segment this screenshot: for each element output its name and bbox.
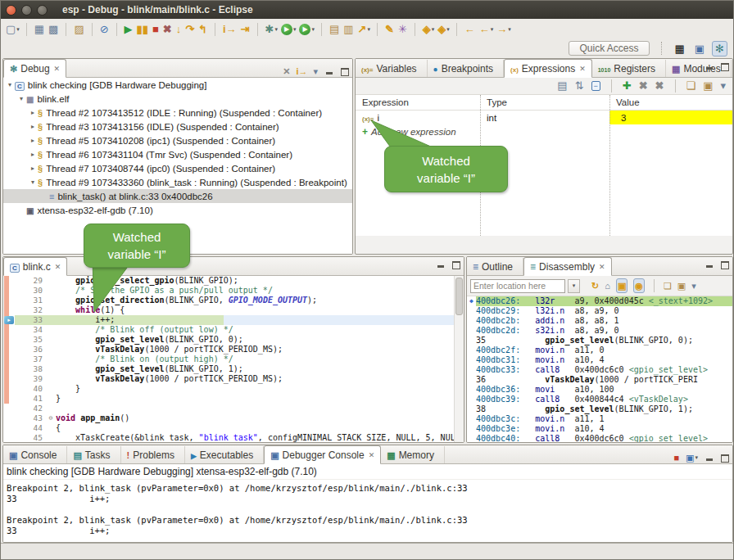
maximize-view-button[interactable]: [340, 67, 349, 76]
code-line[interactable]: 40 }: [15, 384, 464, 394]
search-icon[interactable]: ✳: [396, 20, 410, 38]
expression-row[interactable]: i int 3: [356, 111, 732, 124]
fold-marker[interactable]: [46, 394, 56, 404]
pin-view-icon[interactable]: ▣: [701, 77, 714, 95]
save-all-icon[interactable]: ▩: [47, 20, 61, 38]
collapse-all-icon[interactable]: −: [590, 77, 602, 95]
fold-marker[interactable]: [46, 404, 56, 413]
disassembly-line[interactable]: 400dbc3e: movi.n a10, 4: [467, 424, 732, 434]
home-icon[interactable]: ⌂: [603, 277, 612, 295]
column-header-value[interactable]: Value: [609, 97, 732, 107]
tab-tasks[interactable]: Tasks: [67, 446, 120, 463]
disassembly-line[interactable]: 36 vTaskDelay(1000 / portTICK_PERI: [467, 375, 732, 385]
suspend-icon[interactable]: ▮▮: [135, 20, 151, 38]
disassembly-line[interactable]: 400dbc3c: movi.n a11, 1: [467, 414, 732, 424]
code-line[interactable]: 35 gpio_set_level(BLINK_GPIO, 0);: [15, 335, 464, 345]
tree-expand-arrow[interactable]: ▾: [5, 81, 15, 88]
tree-item[interactable]: ▸ Thread #2 1073413512 (IDLE : Running) …: [3, 106, 352, 120]
tree-item[interactable]: ▾ blink checking [GDB Hardware Debugging…: [3, 78, 352, 92]
code-line[interactable]: 45 xTaskCreate(&blink_task, "blink_task"…: [15, 433, 464, 443]
code-line[interactable]: 34 /* Blink off (output low) */: [15, 325, 464, 335]
minimize-view-button[interactable]: [437, 260, 446, 269]
refresh-icon[interactable]: ↻: [590, 277, 600, 295]
tree-item[interactable]: blink_task() at blink.c:33 0x400dbc26: [3, 189, 352, 203]
code-line[interactable]: 38 gpio_set_level(BLINK_GPIO, 1);: [15, 364, 464, 374]
new-view-icon[interactable]: ❏: [685, 77, 698, 95]
new-wizard-icon[interactable]: ▢▾: [4, 20, 21, 38]
column-divider[interactable]: [609, 95, 610, 236]
fold-marker[interactable]: [46, 335, 56, 345]
tab-disassembly[interactable]: Disassembly ✕: [523, 257, 612, 276]
last-edit-location-icon[interactable]: ◈▾: [421, 20, 437, 38]
disassembly-line[interactable]: 400dbc2b: addi.n a8, a8, 1: [467, 316, 732, 326]
close-tab-icon[interactable]: ✕: [54, 65, 61, 73]
line-number[interactable]: 34: [15, 325, 46, 335]
column-header-expression[interactable]: Expression: [356, 97, 480, 107]
code-line[interactable]: 33 i++;: [15, 315, 464, 325]
tree-item[interactable]: ▸ Thread #5 1073410208 (ipc1) (Suspended…: [3, 133, 352, 147]
minimize-view-button[interactable]: [705, 62, 714, 71]
build-icon[interactable]: ▨: [72, 20, 86, 38]
disassembly-line[interactable]: 400dbc29: l32i.n a8, a9, 0: [467, 306, 732, 316]
disassembly-line[interactable]: 400dbc39: call8 0x400844c4 <vTaskDelay>: [467, 395, 732, 404]
maximize-view-button[interactable]: [720, 454, 729, 463]
disassembly-listing[interactable]: ◆ 400dbc26: l32r a9, 0x400d045c <_stext+…: [467, 296, 732, 442]
tab-registers[interactable]: Registers: [592, 60, 666, 77]
show-logical-structure-icon[interactable]: ⇅: [573, 77, 586, 95]
breakpoint-instruction-pointer-icon[interactable]: ▸: [4, 316, 14, 324]
fold-marker[interactable]: ⊖: [46, 413, 56, 423]
view-menu-icon[interactable]: ▾: [690, 277, 698, 295]
line-number[interactable]: 41: [15, 394, 46, 404]
editor-scrollbar[interactable]: [454, 276, 464, 443]
step-into-icon[interactable]: ↓: [174, 20, 184, 38]
minimize-window-button[interactable]: [21, 5, 32, 16]
maximize-view-button[interactable]: [451, 260, 460, 269]
code-line[interactable]: 41 }: [15, 394, 464, 404]
location-input[interactable]: Enter location here: [470, 279, 565, 293]
code-line[interactable]: 29 gpio_pad_select_gpio(BLINK_GPIO);: [15, 276, 464, 286]
code-line[interactable]: 32 while(1) {: [15, 305, 464, 315]
view-menu-icon[interactable]: ▾: [718, 77, 727, 95]
code-editor[interactable]: ▸ 29 gpio_pad_select_gpio(BLINK_GPIO); 3…: [3, 276, 464, 443]
fold-marker[interactable]: [46, 296, 56, 305]
console-output[interactable]: Breakpoint 2, blink_task (pvParameter=0x…: [3, 480, 732, 543]
add-expression-row[interactable]: Add new expression: [356, 124, 732, 138]
sync-pc-icon[interactable]: ◉: [632, 277, 646, 295]
location-dropdown-icon[interactable]: ▾: [568, 279, 580, 293]
tab-problems[interactable]: Problems: [121, 446, 185, 463]
tree-item[interactable]: ▸ Thread #6 1073431104 (Tmr Svc) (Suspen…: [3, 147, 352, 161]
column-header-type[interactable]: Type: [480, 97, 609, 107]
fold-marker[interactable]: [46, 433, 56, 443]
show-type-names-icon[interactable]: ▤: [555, 77, 569, 95]
line-number[interactable]: 36: [15, 345, 46, 355]
minimize-view-button[interactable]: [705, 260, 714, 269]
debug-icon[interactable]: ✱▾: [264, 20, 279, 38]
disassembly-line[interactable]: 400dbc33: call8 0x400dc6c0 <gpio_set_lev…: [467, 365, 732, 375]
minimize-view-button[interactable]: [325, 67, 334, 76]
tree-expand-arrow[interactable]: ▾: [28, 178, 38, 186]
line-number[interactable]: 42: [15, 404, 46, 413]
fold-marker[interactable]: [46, 305, 56, 315]
line-number[interactable]: 40: [15, 384, 46, 394]
instruction-stepping-icon[interactable]: i→: [221, 20, 239, 38]
new-view-icon[interactable]: ❏: [662, 277, 673, 295]
code-line[interactable]: 37 /* Blink on (output high) */: [15, 355, 464, 364]
annotation-icon[interactable]: ◈▾: [436, 20, 451, 38]
disassembly-line[interactable]: 400dbc2f: movi.n a11, 0: [467, 345, 732, 355]
line-number[interactable]: 39: [15, 374, 46, 384]
format-icon[interactable]: ✎: [383, 20, 396, 38]
tree-expand-arrow[interactable]: ▾: [16, 95, 26, 102]
tab-debugger-console[interactable]: Debugger Console ✕: [264, 445, 381, 464]
tab-breakpoints[interactable]: Breakpoints: [428, 60, 504, 77]
launch-icon[interactable]: ↗▾: [356, 20, 372, 38]
fold-marker[interactable]: [46, 286, 56, 296]
maximize-window-button[interactable]: [37, 5, 48, 16]
disconnect-icon[interactable]: ✖: [161, 20, 174, 38]
code-line[interactable]: 36 vTaskDelay(1000 / portTICK_PERIOD_MS)…: [15, 345, 464, 355]
fold-marker[interactable]: [46, 325, 56, 335]
fold-marker[interactable]: [46, 384, 56, 394]
line-number[interactable]: 32: [15, 305, 46, 315]
disassembly-line[interactable]: 35 gpio_set_level(BLINK_GPIO, 0);: [467, 336, 732, 345]
quick-access-button[interactable]: Quick Access: [569, 41, 649, 56]
resume-icon[interactable]: ▶: [123, 20, 135, 38]
